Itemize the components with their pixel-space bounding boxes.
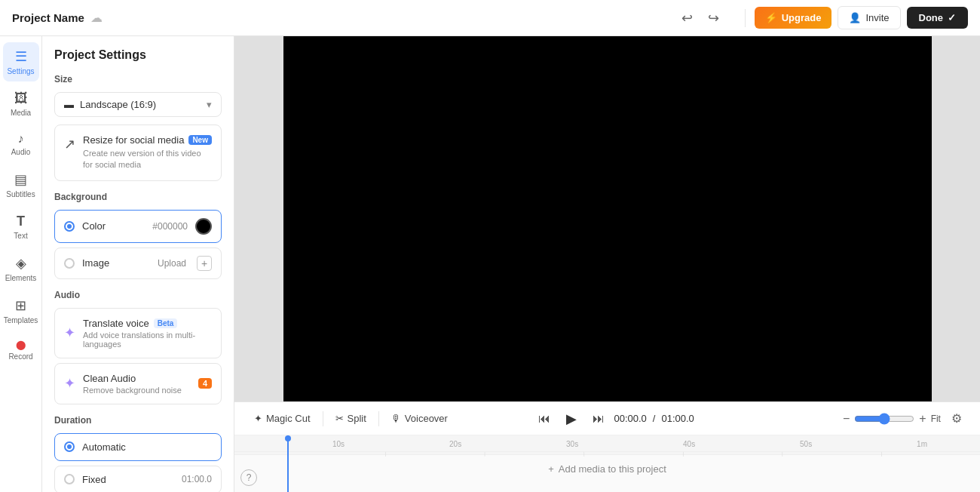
ruler-mark-20s: 20s xyxy=(449,440,461,448)
timeline-settings-button[interactable]: ⚙ xyxy=(945,408,968,429)
sidebar-item-subtitles[interactable]: ▤ Subtitles xyxy=(3,165,39,204)
resize-text: Resize for social media New Create new v… xyxy=(83,134,212,171)
video-canvas xyxy=(283,36,932,401)
clean-audio-card[interactable]: ✦ Clean Audio Remove background noise 4 xyxy=(54,363,222,404)
resize-description: Create new version of this video for soc… xyxy=(83,148,212,171)
audio-icon: ♪ xyxy=(18,132,24,146)
play-button[interactable]: ▶ xyxy=(559,407,583,431)
split-button[interactable]: ✂ Split xyxy=(328,408,374,429)
color-swatch[interactable] xyxy=(195,218,212,235)
landscape-icon: ▬ xyxy=(64,99,74,110)
templates-icon: ⊞ xyxy=(15,297,26,314)
skip-forward-button[interactable]: ⏭ xyxy=(590,409,608,429)
resize-icon: ↗ xyxy=(64,136,75,152)
resize-card[interactable]: ↗ Resize for social media New Create new… xyxy=(54,125,222,181)
clean-audio-lock-badge: 4 xyxy=(198,378,212,389)
fixed-value: 01:00.0 xyxy=(182,474,212,484)
settings-panel: Project Settings Size ▬ Landscape (16:9)… xyxy=(42,36,234,492)
tool-divider-1 xyxy=(323,411,323,426)
magic-cut-label: Magic Cut xyxy=(266,413,311,424)
sidebar-label-elements: Elements xyxy=(5,274,37,282)
sidebar-item-text[interactable]: T Text xyxy=(3,208,39,246)
upgrade-button[interactable]: ⚡ Upgrade xyxy=(755,7,832,29)
color-background-option[interactable]: Color #000000 xyxy=(54,210,222,243)
color-label: Color xyxy=(82,220,106,232)
sidebar-item-record[interactable]: ⬤ Record xyxy=(3,334,39,367)
skip-back-button[interactable]: ⏮ xyxy=(535,409,553,429)
zoom-slider[interactable] xyxy=(854,413,914,425)
add-media-plus-icon: + xyxy=(548,463,554,475)
tool-divider-2 xyxy=(378,411,379,426)
sidebar-item-audio[interactable]: ♪ Audio xyxy=(3,126,39,162)
redo-button[interactable]: ↪ xyxy=(703,7,724,29)
playback-controls: ⏮ ▶ ⏭ 00:00.0 / 01:00.0 xyxy=(535,407,694,431)
size-section-label: Size xyxy=(54,74,222,85)
sidebar-label-settings: Settings xyxy=(7,67,34,75)
size-dropdown[interactable]: ▬ Landscape (16:9) ▾ xyxy=(54,92,222,117)
translate-voice-text: Translate voice Beta Add voice translati… xyxy=(83,318,212,349)
playback-bar: ✦ Magic Cut ✂ Split 🎙 Voiceover ⏮ xyxy=(234,402,980,435)
ruler-mark-10s: 10s xyxy=(332,440,345,448)
ruler-mark-40s: 40s xyxy=(683,440,695,448)
translate-voice-card[interactable]: ✦ Translate voice Beta Add voice transla… xyxy=(54,308,222,358)
sidebar-item-elements[interactable]: ◈ Elements xyxy=(3,249,39,288)
topbar: Project Name ☁ ↩ ↪ ⚡ Upgrade 👤 Invite Do… xyxy=(0,0,980,36)
clean-audio-text: Clean Audio Remove background noise xyxy=(83,373,191,395)
fixed-duration-option[interactable]: Fixed 01:00.0 xyxy=(54,466,222,492)
done-check-icon: ✓ xyxy=(948,12,956,23)
upload-label: Upload xyxy=(158,258,186,269)
total-time: 01:00.0 xyxy=(661,413,694,424)
magic-cut-button[interactable]: ✦ Magic Cut xyxy=(247,408,318,429)
zoom-out-button[interactable]: − xyxy=(843,412,850,426)
invite-label: Invite xyxy=(865,12,889,23)
zoom-in-button[interactable]: + xyxy=(919,412,926,426)
help-button[interactable]: ? xyxy=(240,469,257,486)
elements-icon: ◈ xyxy=(16,255,26,272)
timeline: 10s 20s 30s 40s 50s 1m | | | | xyxy=(234,435,980,492)
timeline-cursor xyxy=(287,435,289,492)
automatic-duration-option[interactable]: Automatic xyxy=(54,433,222,461)
main-content: ☰ Settings 🖼 Media ♪ Audio ▤ Subtitles T… xyxy=(0,36,980,492)
clean-audio-title: Clean Audio xyxy=(83,373,136,384)
text-icon: T xyxy=(17,214,25,229)
upgrade-icon: ⚡ xyxy=(765,12,777,23)
preview-area: ✦ Magic Cut ✂ Split 🎙 Voiceover ⏮ xyxy=(234,36,980,492)
sidebar-label-media: Media xyxy=(11,109,31,117)
automatic-label: Automatic xyxy=(82,441,126,453)
sidebar-label-templates: Templates xyxy=(4,316,38,324)
translate-voice-title: Translate voice xyxy=(83,318,149,329)
undo-button[interactable]: ↩ xyxy=(677,7,697,29)
image-background-option[interactable]: Image Upload + xyxy=(54,248,222,279)
magic-cut-icon: ✦ xyxy=(254,413,262,424)
media-icon: 🖼 xyxy=(14,91,28,106)
voiceover-button[interactable]: 🎙 Voiceover xyxy=(384,408,455,429)
timeline-ruler: 10s 20s 30s 40s 50s 1m xyxy=(234,435,980,452)
translate-voice-icon: ✦ xyxy=(64,324,75,341)
sidebar-item-settings[interactable]: ☰ Settings xyxy=(3,42,39,81)
upload-plus-button[interactable]: + xyxy=(197,256,212,271)
done-button[interactable]: Done ✓ xyxy=(907,7,969,29)
add-media-button[interactable]: + Add media to this project xyxy=(234,455,980,482)
voiceover-icon: 🎙 xyxy=(391,413,401,424)
undo-redo-group: ↩ ↪ xyxy=(677,7,724,29)
ruler-mark-1m: 1m xyxy=(917,440,927,448)
invite-button[interactable]: 👤 Invite xyxy=(838,6,900,29)
new-badge: New xyxy=(188,135,212,145)
fixed-radio xyxy=(64,474,75,484)
zoom-controls: − + Fit ⚙ xyxy=(843,408,968,429)
chevron-down-icon: ▾ xyxy=(207,99,212,110)
tools-group: ✦ Magic Cut ✂ Split 🎙 Voiceover xyxy=(247,408,455,429)
beta-badge: Beta xyxy=(154,318,178,328)
split-icon: ✂ xyxy=(335,413,344,424)
sidebar-item-templates[interactable]: ⊞ Templates xyxy=(3,291,39,331)
ruler-mark-30s: 30s xyxy=(566,440,578,448)
translate-voice-description: Add voice translations in multi-language… xyxy=(83,331,212,349)
color-radio xyxy=(64,221,75,232)
ruler-mark-50s: 50s xyxy=(800,440,812,448)
color-hex-value: #000000 xyxy=(152,221,188,232)
voiceover-label: Voiceover xyxy=(405,413,448,424)
fit-button[interactable]: Fit xyxy=(931,414,941,424)
sidebar-item-media[interactable]: 🖼 Media xyxy=(3,85,39,123)
settings-icon: ☰ xyxy=(15,48,27,65)
invite-icon: 👤 xyxy=(849,12,861,23)
